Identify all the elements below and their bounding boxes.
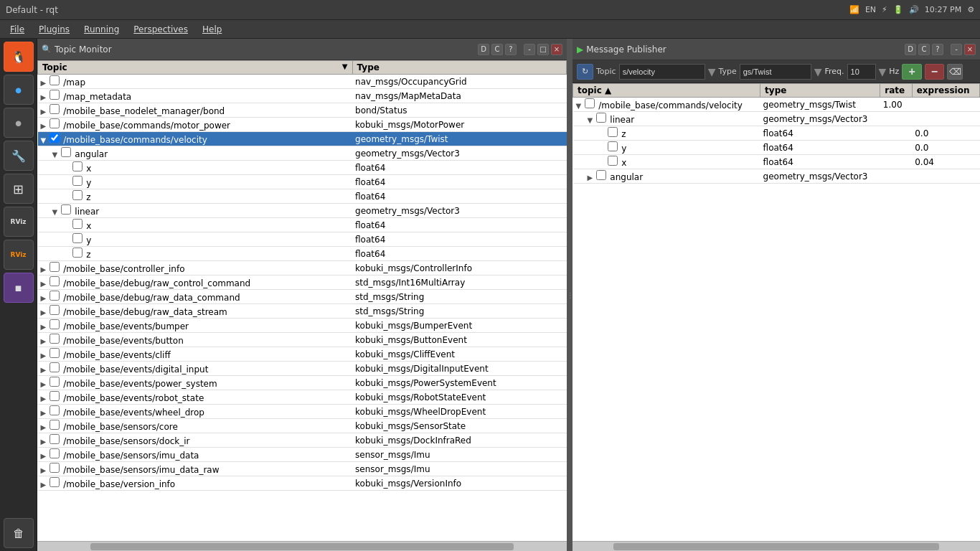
row-checkbox[interactable] <box>50 434 60 444</box>
row-checkbox[interactable] <box>50 75 60 85</box>
row-checkbox[interactable] <box>72 190 83 200</box>
row-checkbox[interactable] <box>608 156 618 166</box>
table-row[interactable]: ▶ /mobile_base/controller_infokobuki_msg… <box>38 261 567 276</box>
row-expression[interactable]: 0.04 <box>912 155 979 169</box>
table-row[interactable]: ▶ angulargeometry_msgs/Vector3 <box>573 169 980 184</box>
close-btn-mp[interactable]: × <box>964 44 976 55</box>
table-row[interactable]: ▶ /mobile_base/events/digital_inputkobuk… <box>38 362 567 376</box>
row-checkbox[interactable] <box>596 170 606 180</box>
table-row[interactable]: zfloat64 <box>38 189 567 204</box>
expand-arrow[interactable]: ▼ <box>41 136 50 144</box>
expand-arrow[interactable]: ▼ <box>576 102 585 110</box>
col-header-pub-expression[interactable]: expression <box>912 84 979 98</box>
topic-monitor-table[interactable]: Topic ▼ Type ▶ /mapnav_msgs/OccupancyGri… <box>37 60 567 541</box>
expand-arrow[interactable]: ▶ <box>41 366 50 374</box>
detach-btn-mp[interactable]: D <box>905 44 916 55</box>
expand-arrow[interactable]: ▶ <box>41 309 50 316</box>
row-expression[interactable]: 0.0 <box>912 126 979 141</box>
expand-arrow[interactable]: ▶ <box>41 466 50 474</box>
maximize-btn-tm[interactable]: □ <box>537 44 549 55</box>
freq-input-mp[interactable] <box>847 64 876 80</box>
sidebar-ubuntu[interactable]: 🐧 <box>4 42 34 72</box>
row-checkbox[interactable] <box>72 233 83 243</box>
expand-arrow[interactable]: ▼ <box>588 116 596 124</box>
menu-file[interactable]: File <box>3 23 32 36</box>
expand-arrow[interactable]: ▶ <box>41 93 50 101</box>
row-checkbox[interactable] <box>50 391 60 401</box>
table-row[interactable]: xfloat64 <box>38 161 567 175</box>
expand-arrow[interactable]: ▶ <box>41 280 50 288</box>
table-row[interactable]: ▶ /mobile_base/events/cliffkobuki_msgs/C… <box>38 347 567 362</box>
row-checkbox[interactable] <box>608 127 618 137</box>
help-btn-mp[interactable]: ? <box>932 44 943 55</box>
row-checkbox[interactable] <box>72 161 83 171</box>
freq-dropdown-mp[interactable]: ▼ <box>879 66 887 77</box>
table-row[interactable]: ▶ /mobile_base/debug/raw_data_streamstd_… <box>38 304 567 319</box>
table-row[interactable]: zfloat640.0 <box>573 126 980 141</box>
type-dropdown-mp[interactable]: ▼ <box>814 66 822 77</box>
row-checkbox[interactable] <box>50 305 60 315</box>
minimize-btn-mp[interactable]: - <box>951 44 962 55</box>
table-row[interactable]: ▼ angulargeometry_msgs/Vector3 <box>38 146 567 161</box>
row-checkbox[interactable] <box>50 90 60 100</box>
sidebar-hex1[interactable]: ● <box>4 75 34 105</box>
table-row[interactable]: ▶ /mobile_base/events/bumperkobuki_msgs/… <box>38 319 567 333</box>
menu-plugins[interactable]: Plugins <box>32 23 77 36</box>
expand-arrow[interactable]: ▶ <box>41 438 50 446</box>
expand-arrow[interactable]: ▶ <box>41 108 50 116</box>
expand-arrow[interactable]: ▶ <box>41 481 50 489</box>
power-icon[interactable]: ⚙ <box>967 5 974 14</box>
table-row[interactable]: ▶ /mobile_base/sensors/dock_irkobuki_msg… <box>38 433 567 448</box>
table-row[interactable]: ▶ /mobile_base/sensors/imu_data_rawsenso… <box>38 462 567 476</box>
menu-running[interactable]: Running <box>77 23 126 36</box>
row-checkbox[interactable] <box>50 133 60 143</box>
expand-arrow[interactable]: ▶ <box>41 122 50 130</box>
menu-perspectives[interactable]: Perspectives <box>126 23 195 36</box>
col-header-type[interactable]: Type <box>352 61 566 75</box>
sidebar-purple[interactable]: ■ <box>4 273 34 303</box>
row-checkbox[interactable] <box>50 118 60 128</box>
row-expression[interactable]: 0.0 <box>912 141 979 155</box>
expand-arrow[interactable]: ▶ <box>41 337 50 345</box>
row-checkbox[interactable] <box>50 477 60 487</box>
row-checkbox[interactable] <box>50 463 60 473</box>
remove-btn-mp[interactable]: − <box>925 64 944 80</box>
row-checkbox[interactable] <box>50 348 60 358</box>
expand-arrow[interactable]: ▶ <box>41 352 50 359</box>
table-row[interactable]: ▶ /mobile_base/events/power_systemkobuki… <box>38 376 567 390</box>
col-header-pub-type[interactable]: type <box>760 84 880 98</box>
config-btn-mp[interactable]: C <box>918 44 930 55</box>
expand-arrow[interactable]: ▶ <box>41 423 50 431</box>
table-row[interactable]: zfloat64 <box>38 247 567 261</box>
expand-arrow[interactable]: ▶ <box>41 323 50 331</box>
table-row[interactable]: yfloat64 <box>38 232 567 247</box>
row-checkbox[interactable] <box>50 405 60 415</box>
table-row[interactable]: xfloat640.04 <box>573 155 980 169</box>
expand-arrow[interactable]: ▼ <box>52 151 61 159</box>
row-checkbox[interactable] <box>596 113 606 123</box>
row-checkbox[interactable] <box>50 262 60 272</box>
add-btn-mp[interactable]: + <box>902 64 921 80</box>
row-checkbox[interactable] <box>72 176 83 186</box>
row-checkbox[interactable] <box>50 362 60 372</box>
row-checkbox[interactable] <box>50 276 60 286</box>
topic-input-mp[interactable] <box>619 64 705 80</box>
table-row[interactable]: yfloat640.0 <box>573 141 980 155</box>
row-checkbox[interactable] <box>61 204 71 215</box>
table-row[interactable]: ▼ lineargeometry_msgs/Vector3 <box>573 112 980 126</box>
col-header-pub-topic[interactable]: topic <box>573 84 760 98</box>
help-btn-tm[interactable]: ? <box>505 44 517 55</box>
minimize-btn-tm[interactable]: - <box>524 44 535 55</box>
table-row[interactable]: ▶ /mobile_base_nodelet_manager/bondbond/… <box>38 103 567 118</box>
table-row[interactable]: ▶ /mobile_base/commands/motor_powerkobuk… <box>38 118 567 132</box>
row-checkbox[interactable] <box>50 104 60 114</box>
sidebar-trash[interactable]: 🗑 <box>4 518 34 548</box>
expand-arrow[interactable]: ▶ <box>41 409 50 417</box>
topic-dropdown-mp[interactable]: ▼ <box>708 66 716 77</box>
close-btn-tm[interactable]: × <box>551 44 562 55</box>
sidebar-hex2[interactable]: ● <box>4 108 34 138</box>
expand-arrow[interactable]: ▶ <box>41 265 50 273</box>
table-row[interactable]: ▶ /mobile_base/sensors/imu_datasensor_ms… <box>38 448 567 462</box>
row-checkbox[interactable] <box>61 147 71 157</box>
table-row[interactable]: xfloat64 <box>38 218 567 232</box>
